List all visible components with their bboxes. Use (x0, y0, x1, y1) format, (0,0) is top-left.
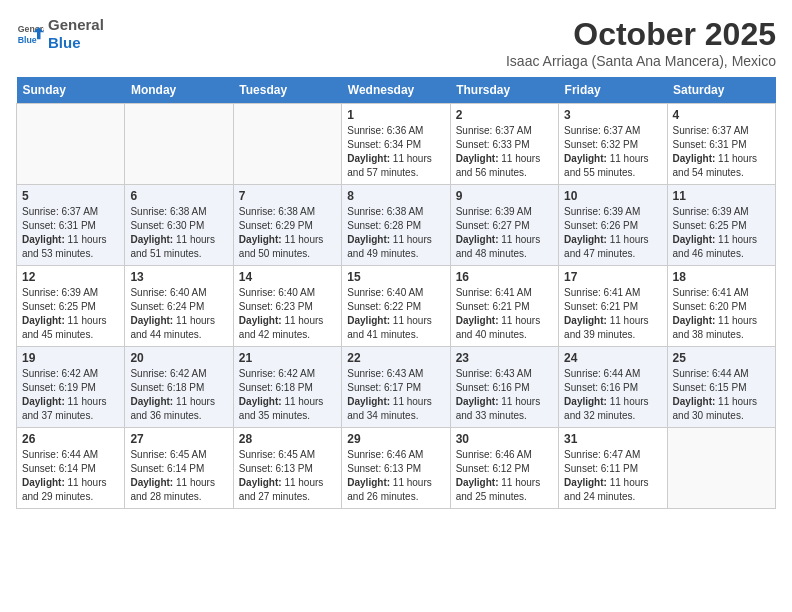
calendar-week-4: 19Sunrise: 6:42 AMSunset: 6:19 PMDayligh… (17, 347, 776, 428)
day-number: 26 (22, 432, 119, 446)
day-content: Sunrise: 6:38 AMSunset: 6:30 PMDaylight:… (130, 205, 227, 261)
col-wednesday: Wednesday (342, 77, 450, 104)
calendar-cell: 22Sunrise: 6:43 AMSunset: 6:17 PMDayligh… (342, 347, 450, 428)
day-content: Sunrise: 6:47 AMSunset: 6:11 PMDaylight:… (564, 448, 661, 504)
calendar-table: Sunday Monday Tuesday Wednesday Thursday… (16, 77, 776, 509)
day-content: Sunrise: 6:39 AMSunset: 6:25 PMDaylight:… (673, 205, 770, 261)
day-content: Sunrise: 6:37 AMSunset: 6:31 PMDaylight:… (673, 124, 770, 180)
calendar-cell: 5Sunrise: 6:37 AMSunset: 6:31 PMDaylight… (17, 185, 125, 266)
day-content: Sunrise: 6:44 AMSunset: 6:15 PMDaylight:… (673, 367, 770, 423)
day-number: 5 (22, 189, 119, 203)
calendar-cell: 26Sunrise: 6:44 AMSunset: 6:14 PMDayligh… (17, 428, 125, 509)
day-number: 10 (564, 189, 661, 203)
calendar-cell: 3Sunrise: 6:37 AMSunset: 6:32 PMDaylight… (559, 104, 667, 185)
day-number: 7 (239, 189, 336, 203)
calendar-cell: 30Sunrise: 6:46 AMSunset: 6:12 PMDayligh… (450, 428, 558, 509)
day-content: Sunrise: 6:42 AMSunset: 6:18 PMDaylight:… (239, 367, 336, 423)
day-content: Sunrise: 6:38 AMSunset: 6:28 PMDaylight:… (347, 205, 444, 261)
day-number: 15 (347, 270, 444, 284)
day-content: Sunrise: 6:41 AMSunset: 6:20 PMDaylight:… (673, 286, 770, 342)
calendar-week-1: 1Sunrise: 6:36 AMSunset: 6:34 PMDaylight… (17, 104, 776, 185)
location-subtitle: Isaac Arriaga (Santa Ana Mancera), Mexic… (506, 53, 776, 69)
page-header: General Blue General Blue October 2025 I… (16, 16, 776, 69)
day-content: Sunrise: 6:42 AMSunset: 6:19 PMDaylight:… (22, 367, 119, 423)
day-number: 1 (347, 108, 444, 122)
calendar-cell: 6Sunrise: 6:38 AMSunset: 6:30 PMDaylight… (125, 185, 233, 266)
calendar-body: 1Sunrise: 6:36 AMSunset: 6:34 PMDaylight… (17, 104, 776, 509)
calendar-header-row: Sunday Monday Tuesday Wednesday Thursday… (17, 77, 776, 104)
day-content: Sunrise: 6:45 AMSunset: 6:14 PMDaylight:… (130, 448, 227, 504)
logo-text: General Blue (48, 16, 104, 52)
day-content: Sunrise: 6:40 AMSunset: 6:22 PMDaylight:… (347, 286, 444, 342)
calendar-cell: 23Sunrise: 6:43 AMSunset: 6:16 PMDayligh… (450, 347, 558, 428)
col-saturday: Saturday (667, 77, 775, 104)
day-content: Sunrise: 6:41 AMSunset: 6:21 PMDaylight:… (456, 286, 553, 342)
title-area: October 2025 Isaac Arriaga (Santa Ana Ma… (506, 16, 776, 69)
day-content: Sunrise: 6:40 AMSunset: 6:23 PMDaylight:… (239, 286, 336, 342)
day-content: Sunrise: 6:37 AMSunset: 6:32 PMDaylight:… (564, 124, 661, 180)
col-thursday: Thursday (450, 77, 558, 104)
calendar-week-3: 12Sunrise: 6:39 AMSunset: 6:25 PMDayligh… (17, 266, 776, 347)
calendar-cell: 11Sunrise: 6:39 AMSunset: 6:25 PMDayligh… (667, 185, 775, 266)
day-number: 19 (22, 351, 119, 365)
day-number: 11 (673, 189, 770, 203)
day-number: 29 (347, 432, 444, 446)
day-number: 14 (239, 270, 336, 284)
calendar-cell: 16Sunrise: 6:41 AMSunset: 6:21 PMDayligh… (450, 266, 558, 347)
calendar-cell: 8Sunrise: 6:38 AMSunset: 6:28 PMDaylight… (342, 185, 450, 266)
day-content: Sunrise: 6:37 AMSunset: 6:31 PMDaylight:… (22, 205, 119, 261)
col-friday: Friday (559, 77, 667, 104)
calendar-cell (667, 428, 775, 509)
calendar-cell: 15Sunrise: 6:40 AMSunset: 6:22 PMDayligh… (342, 266, 450, 347)
day-number: 2 (456, 108, 553, 122)
day-content: Sunrise: 6:40 AMSunset: 6:24 PMDaylight:… (130, 286, 227, 342)
calendar-cell: 18Sunrise: 6:41 AMSunset: 6:20 PMDayligh… (667, 266, 775, 347)
day-content: Sunrise: 6:39 AMSunset: 6:25 PMDaylight:… (22, 286, 119, 342)
calendar-week-2: 5Sunrise: 6:37 AMSunset: 6:31 PMDaylight… (17, 185, 776, 266)
day-content: Sunrise: 6:43 AMSunset: 6:16 PMDaylight:… (456, 367, 553, 423)
day-number: 4 (673, 108, 770, 122)
calendar-cell: 31Sunrise: 6:47 AMSunset: 6:11 PMDayligh… (559, 428, 667, 509)
day-number: 6 (130, 189, 227, 203)
day-number: 21 (239, 351, 336, 365)
day-number: 31 (564, 432, 661, 446)
day-content: Sunrise: 6:43 AMSunset: 6:17 PMDaylight:… (347, 367, 444, 423)
day-number: 24 (564, 351, 661, 365)
calendar-cell: 10Sunrise: 6:39 AMSunset: 6:26 PMDayligh… (559, 185, 667, 266)
calendar-cell (17, 104, 125, 185)
day-number: 3 (564, 108, 661, 122)
day-number: 16 (456, 270, 553, 284)
calendar-cell: 9Sunrise: 6:39 AMSunset: 6:27 PMDaylight… (450, 185, 558, 266)
calendar-cell: 14Sunrise: 6:40 AMSunset: 6:23 PMDayligh… (233, 266, 341, 347)
day-content: Sunrise: 6:46 AMSunset: 6:12 PMDaylight:… (456, 448, 553, 504)
logo: General Blue General Blue (16, 16, 104, 52)
day-number: 13 (130, 270, 227, 284)
calendar-cell: 27Sunrise: 6:45 AMSunset: 6:14 PMDayligh… (125, 428, 233, 509)
calendar-cell: 7Sunrise: 6:38 AMSunset: 6:29 PMDaylight… (233, 185, 341, 266)
day-content: Sunrise: 6:38 AMSunset: 6:29 PMDaylight:… (239, 205, 336, 261)
day-number: 8 (347, 189, 444, 203)
calendar-cell (125, 104, 233, 185)
calendar-cell: 13Sunrise: 6:40 AMSunset: 6:24 PMDayligh… (125, 266, 233, 347)
day-content: Sunrise: 6:44 AMSunset: 6:16 PMDaylight:… (564, 367, 661, 423)
day-content: Sunrise: 6:36 AMSunset: 6:34 PMDaylight:… (347, 124, 444, 180)
calendar-cell: 17Sunrise: 6:41 AMSunset: 6:21 PMDayligh… (559, 266, 667, 347)
calendar-cell: 4Sunrise: 6:37 AMSunset: 6:31 PMDaylight… (667, 104, 775, 185)
day-content: Sunrise: 6:39 AMSunset: 6:27 PMDaylight:… (456, 205, 553, 261)
calendar-cell: 19Sunrise: 6:42 AMSunset: 6:19 PMDayligh… (17, 347, 125, 428)
day-number: 25 (673, 351, 770, 365)
logo-icon: General Blue (16, 20, 44, 48)
svg-text:Blue: Blue (18, 35, 37, 45)
day-number: 23 (456, 351, 553, 365)
calendar-cell: 28Sunrise: 6:45 AMSunset: 6:13 PMDayligh… (233, 428, 341, 509)
day-content: Sunrise: 6:42 AMSunset: 6:18 PMDaylight:… (130, 367, 227, 423)
month-title: October 2025 (506, 16, 776, 53)
col-tuesday: Tuesday (233, 77, 341, 104)
calendar-cell (233, 104, 341, 185)
day-number: 9 (456, 189, 553, 203)
day-number: 12 (22, 270, 119, 284)
day-number: 30 (456, 432, 553, 446)
day-content: Sunrise: 6:39 AMSunset: 6:26 PMDaylight:… (564, 205, 661, 261)
calendar-cell: 21Sunrise: 6:42 AMSunset: 6:18 PMDayligh… (233, 347, 341, 428)
day-content: Sunrise: 6:44 AMSunset: 6:14 PMDaylight:… (22, 448, 119, 504)
